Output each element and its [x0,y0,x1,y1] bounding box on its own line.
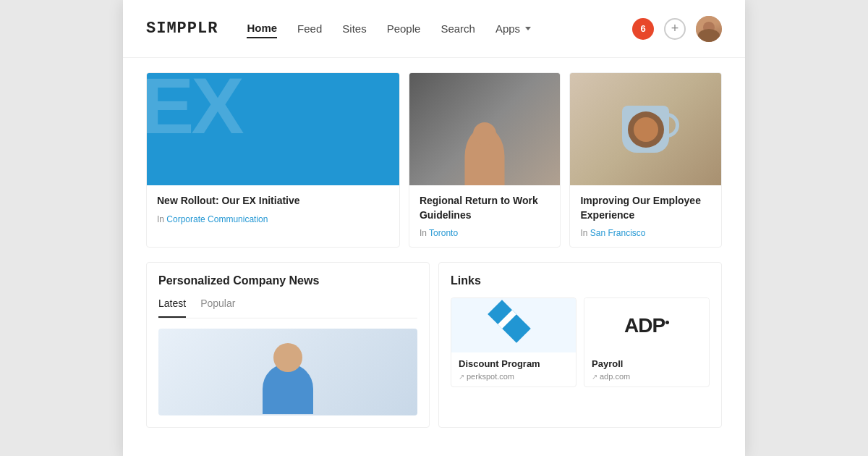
news-tab-popular[interactable]: Popular [200,297,235,318]
nav-sites[interactable]: Sites [342,20,366,38]
nav-links: Home Feed Sites People Search Apps [247,19,632,38]
apps-chevron-icon [525,27,531,30]
external-link-icon-1: ↗ [459,373,464,381]
coffee-latte-art [628,111,664,148]
coffee-cup-icon [622,106,669,153]
card-person-image [409,73,561,185]
nav-people[interactable]: People [387,20,421,38]
card-1-category-link[interactable]: Corporate Communication [166,214,268,224]
card-3-category: In San Francisco [580,228,711,238]
discount-url-text: perkspot.com [467,372,514,381]
card-2-body: Regional Return to Work Guidelines In To… [409,185,561,247]
links-section-title: Links [451,274,710,287]
card-2-category-link[interactable]: Toronto [429,228,458,238]
news-image [158,329,417,415]
app-logo: SIMPPLR [146,20,218,38]
avatar-image [696,16,722,42]
apps-label: Apps [495,22,520,35]
payroll-link-info: Payroll ↗ adp.com [584,352,709,387]
nav-right: 6 + [632,16,722,42]
discount-logo-container [451,298,576,352]
user-avatar[interactable] [696,16,722,42]
news-person-head [273,343,302,372]
news-section-title: Personalized Company News [158,274,417,287]
discount-link-name: Discount Program [459,358,569,369]
card-1-body: New Rollout: Our EX Initiative In Corpor… [147,185,399,233]
card-2-category: In Toronto [420,228,550,238]
card-1-category-prefix: In [157,214,164,224]
adp-dot [665,321,669,324]
card-1-category: In Corporate Communication [157,214,389,224]
news-tab-latest[interactable]: Latest [158,297,186,318]
main-content: EX New Rollout: Our EX Initiative In Cor… [123,58,745,456]
personalized-news-section: Personalized Company News Latest Popular [146,262,430,428]
card-3-body: Improving Our Employee Experience In San… [570,185,721,247]
link-item-payroll[interactable]: ADP Payroll ↗ adp.com [584,297,710,387]
adp-logo-icon: ADP [624,314,669,337]
external-link-icon-2: ↗ [592,373,597,381]
payroll-link-url: ↗ adp.com [592,372,702,381]
adp-logo-container: ADP [584,298,709,352]
card-ex-image: EX [147,73,399,185]
discount-link-url: ↗ perkspot.com [459,372,569,381]
nav-home[interactable]: Home [247,19,277,38]
card-3-category-prefix: In [580,228,587,238]
navbar: SIMPPLR Home Feed Sites People Search Ap… [123,0,745,58]
discount-program-icon [492,304,535,347]
featured-card-3[interactable]: Improving Our Employee Experience In San… [569,72,722,248]
card-3-category-link[interactable]: San Francisco [590,228,646,238]
featured-row: EX New Rollout: Our EX Initiative In Cor… [146,72,722,248]
card-1-title: New Rollout: Our EX Initiative [157,194,389,208]
links-section: Links Discount Program [438,262,722,428]
featured-card-2[interactable]: Regional Return to Work Guidelines In To… [409,72,561,248]
discount-link-info: Discount Program ↗ perkspot.com [451,352,576,387]
news-tabs: Latest Popular [158,297,417,318]
nav-feed[interactable]: Feed [297,20,322,38]
payroll-link-name: Payroll [592,358,702,369]
link-item-discount[interactable]: Discount Program ↗ perkspot.com [451,297,576,387]
news-person-figure [255,329,320,415]
nav-search[interactable]: Search [441,20,475,38]
notification-badge[interactable]: 6 [632,18,654,40]
card-coffee-image [570,73,721,185]
payroll-url-text: adp.com [600,372,630,381]
card-2-category-prefix: In [420,228,427,238]
bottom-row: Personalized Company News Latest Popular… [146,262,722,428]
featured-card-1[interactable]: EX New Rollout: Our EX Initiative In Cor… [146,72,400,248]
nav-apps-dropdown[interactable]: Apps [495,22,531,35]
links-grid: Discount Program ↗ perkspot.com ADP [451,297,710,387]
card-2-title: Regional Return to Work Guidelines [420,194,550,222]
card-3-title: Improving Our Employee Experience [580,194,711,222]
add-button[interactable]: + [664,18,686,40]
ex-text: EX [147,73,242,145]
